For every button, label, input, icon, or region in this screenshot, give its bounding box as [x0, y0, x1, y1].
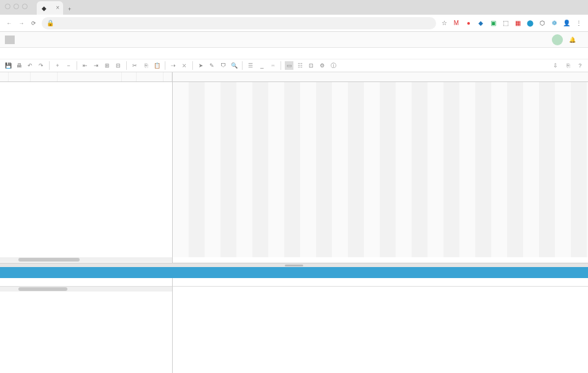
col-start[interactable]: [137, 72, 164, 81]
gantt-panel: [0, 72, 588, 263]
ext-icon-1[interactable]: ●: [464, 19, 473, 28]
col-duration[interactable]: [122, 72, 137, 81]
resources-icon[interactable]: ⊡: [307, 61, 315, 70]
new-tab-button[interactable]: +: [63, 4, 76, 15]
profile-icon[interactable]: 👤: [562, 19, 571, 28]
pointer-icon[interactable]: ➤: [197, 61, 205, 70]
chart-area[interactable]: [173, 82, 588, 257]
app-logo: [5, 36, 15, 44]
resource-list: [0, 278, 173, 373]
project-bar: 🔔: [0, 32, 588, 48]
address-bar-row: ← → ⟳ 🔒 ☆ M ● ◆ ▣ ⬚ ▦ ⬤ ⬡ ❁ 👤 ⋮: [0, 15, 588, 32]
reload-button[interactable]: ⟳: [29, 19, 38, 28]
view-baseline-icon[interactable]: ⎓: [268, 61, 277, 70]
cut-icon[interactable]: ✂: [130, 61, 139, 70]
grid-header: [0, 72, 172, 82]
help-icon[interactable]: ?: [576, 61, 584, 70]
edit-icon[interactable]: ✎: [208, 61, 216, 70]
res-h-scrollbar[interactable]: [0, 287, 172, 292]
gmail-icon[interactable]: M: [452, 19, 461, 28]
remove-icon[interactable]: −: [64, 61, 73, 70]
notification-icon[interactable]: 🔔: [569, 37, 576, 43]
settings-icon[interactable]: ⚙: [318, 61, 326, 70]
grid-h-scrollbar[interactable]: [0, 257, 172, 262]
ext-icon-3[interactable]: ▣: [489, 19, 497, 28]
filter-icon[interactable]: ⛉: [219, 61, 227, 70]
indent-icon[interactable]: ⇥: [92, 61, 100, 70]
redo-icon[interactable]: ↷: [37, 61, 45, 70]
resource-header: [0, 278, 172, 287]
col-name[interactable]: [58, 72, 122, 81]
ext-icon-6[interactable]: ⬤: [526, 19, 534, 28]
resource-panel-title: [0, 267, 588, 278]
tab-favicon: ◆: [42, 5, 47, 12]
print-icon[interactable]: 🖶: [15, 61, 23, 70]
lock-icon: 🔒: [47, 20, 54, 26]
save-icon[interactable]: 💾: [4, 61, 12, 70]
expand-icon[interactable]: ⊞: [103, 61, 111, 70]
gantt-chart[interactable]: [173, 72, 588, 263]
resource-panel: [0, 278, 588, 373]
collapse-icon[interactable]: ⊟: [114, 61, 123, 70]
unlink-icon[interactable]: ⤫: [180, 61, 189, 70]
undo-icon[interactable]: ↶: [26, 61, 34, 70]
browser-tab[interactable]: ◆ ×: [37, 1, 63, 15]
back-button[interactable]: ←: [5, 19, 13, 28]
toolbar: 💾 🖶 ↶ ↷ + − ⇤ ⇥ ⊞ ⊟ ✂ ⎘ 📋 ⇢ ⤫ ➤ ✎ ⛉ 🔍 ☰ …: [0, 59, 588, 72]
copy-icon[interactable]: ⎘: [141, 61, 150, 70]
ext-icon-8[interactable]: ❁: [550, 19, 559, 28]
export-icon[interactable]: ⇩: [551, 61, 560, 70]
task-grid: [0, 72, 173, 263]
ext-icon-5[interactable]: ▦: [513, 19, 522, 28]
menu-icon[interactable]: ⋮: [575, 19, 583, 28]
view-critical-icon[interactable]: ⎯: [257, 61, 266, 70]
resource-grid[interactable]: [173, 278, 588, 373]
close-tab-icon[interactable]: ×: [56, 4, 59, 11]
extensions: ☆ M ● ◆ ▣ ⬚ ▦ ⬤ ⬡ ❁ 👤 ⋮: [440, 19, 583, 28]
forward-button[interactable]: →: [17, 19, 26, 28]
ext-icon-4[interactable]: ⬚: [501, 19, 510, 28]
menu-bar: [0, 48, 588, 59]
timeline-header: [173, 72, 588, 82]
window-controls[interactable]: [5, 4, 28, 9]
paste-icon[interactable]: 📋: [153, 61, 161, 70]
share-icon[interactable]: ⎘: [564, 61, 572, 70]
view-list-icon[interactable]: ☰: [246, 61, 255, 70]
tab-bar: ◆ × +: [0, 0, 588, 15]
info-icon[interactable]: ⓘ: [329, 61, 337, 70]
zoom-fit-icon[interactable]: ▭: [285, 61, 293, 70]
task-rows: [0, 82, 172, 257]
add-icon[interactable]: +: [53, 61, 62, 70]
star-icon[interactable]: ☆: [440, 19, 448, 28]
outdent-icon[interactable]: ⇤: [81, 61, 89, 70]
calendar-icon[interactable]: ☷: [296, 61, 304, 70]
url-input[interactable]: 🔒: [42, 17, 436, 29]
user-avatar[interactable]: [552, 34, 563, 45]
search-icon[interactable]: 🔍: [230, 61, 238, 70]
ext-icon-7[interactable]: ⬡: [538, 19, 546, 28]
browser-chrome: ◆ × + ← → ⟳ 🔒 ☆ M ● ◆ ▣ ⬚ ▦ ⬤ ⬡ ❁ 👤 ⋮: [0, 0, 588, 48]
ext-icon-2[interactable]: ◆: [477, 19, 485, 28]
link-icon[interactable]: ⇢: [169, 61, 178, 70]
